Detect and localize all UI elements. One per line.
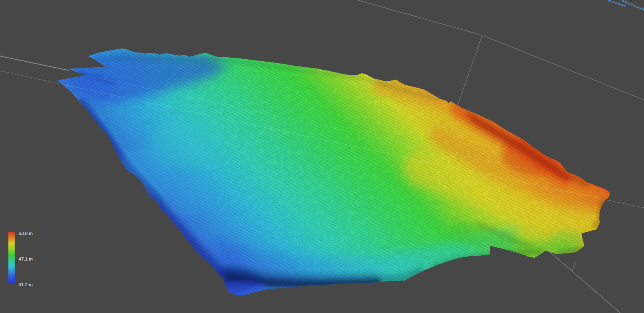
svg-text:47.1 m: 47.1 m bbox=[19, 257, 33, 261]
svg-text:41.2 m: 41.2 m bbox=[19, 282, 33, 287]
svg-text:53.0 m: 53.0 m bbox=[19, 231, 33, 236]
